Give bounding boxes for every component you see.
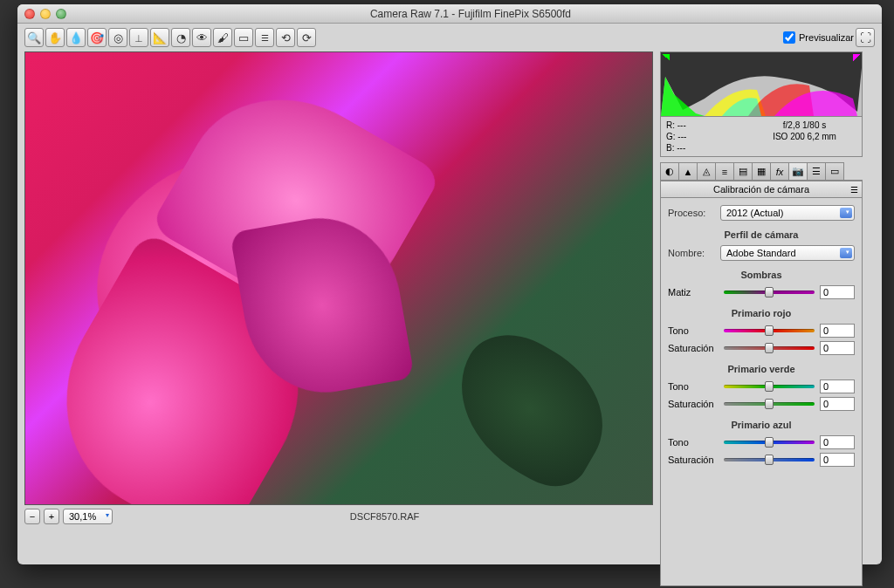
- zoom-tool-icon[interactable]: 🔍: [24, 28, 44, 47]
- rgb-readout: R: ---G: ---B: ---: [666, 120, 753, 154]
- tab-fx[interactable]: fx: [770, 162, 789, 180]
- close-icon[interactable]: [24, 9, 35, 19]
- filename-label: DSCF8570.RAF: [116, 511, 653, 522]
- red-sat-value[interactable]: 0: [820, 341, 855, 355]
- exif-readout: f/2,8 1/80 sISO 200 6,2 mm: [753, 120, 856, 154]
- green-hue-label: Tono: [668, 381, 719, 392]
- titlebar: Camera Raw 7.1 - Fujifilm FinePix S6500f…: [17, 4, 882, 24]
- rotate-ccw-icon[interactable]: ⟲: [276, 28, 295, 47]
- preferences-icon[interactable]: ☰: [255, 28, 274, 47]
- blue-sat-slider[interactable]: [724, 454, 815, 466]
- profile-select[interactable]: Adobe Standard: [720, 245, 855, 261]
- calibration-panel: Proceso: 2012 (Actual) Perfil de cámara …: [660, 198, 863, 586]
- white-balance-icon[interactable]: 💧: [66, 28, 86, 47]
- histogram[interactable]: [660, 51, 863, 117]
- crop-tool-icon[interactable]: ⟂: [129, 28, 148, 47]
- straighten-icon[interactable]: 📐: [150, 28, 169, 47]
- preview-panel: − + 30,1% DSCF8570.RAF: [24, 51, 653, 586]
- shadows-hue-label: Matiz: [668, 287, 719, 297]
- blue-hue-value[interactable]: 0: [820, 435, 855, 449]
- green-sat-label: Saturación: [668, 399, 719, 409]
- zoom-icon[interactable]: [56, 9, 66, 19]
- image-preview[interactable]: [24, 51, 653, 505]
- tab-split[interactable]: ▤: [733, 162, 753, 180]
- redeye-icon[interactable]: 👁: [192, 28, 211, 47]
- tab-snapshots[interactable]: ▭: [825, 162, 844, 180]
- red-sat-label: Saturación: [668, 343, 719, 353]
- red-section-title: Primario rojo: [668, 308, 855, 318]
- tab-calibration[interactable]: 📷: [788, 162, 808, 180]
- blue-hue-label: Tono: [668, 437, 719, 448]
- panel-title: Calibración de cámara ☰: [660, 181, 863, 198]
- name-label: Nombre:: [668, 248, 715, 258]
- histogram-curve: [661, 51, 863, 116]
- green-hue-value[interactable]: 0: [820, 379, 855, 393]
- tab-presets[interactable]: ☰: [807, 162, 826, 180]
- zoom-controls: − + 30,1% DSCF8570.RAF: [24, 509, 653, 524]
- traffic-lights: [24, 9, 66, 19]
- color-sampler-icon[interactable]: 🎯: [87, 28, 107, 47]
- hand-tool-icon[interactable]: ✋: [45, 28, 65, 47]
- red-hue-slider[interactable]: [724, 325, 815, 337]
- spot-removal-icon[interactable]: ◔: [171, 28, 190, 47]
- red-sat-slider[interactable]: [724, 342, 815, 354]
- camera-raw-window: Camera Raw 7.1 - Fujifilm FinePix S6500f…: [17, 4, 882, 564]
- blue-sat-label: Saturación: [668, 455, 719, 465]
- red-hue-value[interactable]: 0: [820, 324, 855, 338]
- zoom-out-button[interactable]: −: [24, 509, 40, 524]
- shadows-hue-value[interactable]: 0: [820, 285, 855, 299]
- window-title: Camera Raw 7.1 - Fujifilm FinePix S6500f…: [66, 8, 875, 20]
- process-select[interactable]: 2012 (Actual): [720, 205, 855, 221]
- panel-menu-icon[interactable]: ☰: [850, 185, 858, 195]
- process-label: Proceso:: [668, 208, 715, 218]
- target-adjust-icon[interactable]: ◎: [108, 28, 127, 47]
- blue-hue-slider[interactable]: [724, 436, 815, 448]
- shadows-section-title: Sombras: [668, 270, 855, 280]
- preview-checkbox[interactable]: Previsualizar: [783, 31, 854, 44]
- info-panel: R: ---G: ---B: --- f/2,8 1/80 sISO 200 6…: [660, 117, 863, 157]
- graduated-filter-icon[interactable]: ▭: [234, 28, 253, 47]
- adjustment-brush-icon[interactable]: 🖌: [213, 28, 232, 47]
- shadows-hue-slider[interactable]: [724, 286, 815, 298]
- green-hue-slider[interactable]: [724, 380, 815, 393]
- tab-lens[interactable]: ▦: [752, 162, 771, 180]
- zoom-select[interactable]: 30,1%: [63, 509, 113, 524]
- red-hue-label: Tono: [668, 325, 719, 336]
- panel-tabs: ◐ ▲ ◬ ≡ ▤ ▦ fx 📷 ☰ ▭: [660, 162, 863, 181]
- preview-label: Previsualizar: [799, 32, 854, 43]
- tab-curve[interactable]: ▲: [678, 162, 698, 180]
- minimize-icon[interactable]: [40, 9, 51, 19]
- preview-checkbox-input[interactable]: [783, 31, 795, 44]
- zoom-in-button[interactable]: +: [44, 509, 59, 524]
- tab-detail[interactable]: ◬: [697, 162, 716, 180]
- fullscreen-icon[interactable]: ⛶: [856, 28, 875, 47]
- tab-basic[interactable]: ◐: [660, 162, 679, 180]
- right-panel: R: ---G: ---B: --- f/2,8 1/80 sISO 200 6…: [660, 51, 863, 586]
- rotate-cw-icon[interactable]: ⟳: [297, 28, 316, 47]
- green-sat-slider[interactable]: [724, 398, 815, 410]
- green-sat-value[interactable]: 0: [820, 397, 855, 411]
- tab-hsl[interactable]: ≡: [715, 162, 734, 180]
- blue-section-title: Primario azul: [668, 420, 855, 430]
- blue-sat-value[interactable]: 0: [820, 453, 855, 467]
- toolbar: 🔍 ✋ 💧 🎯 ◎ ⟂ 📐 ◔ 👁 🖌 ▭ ☰ ⟲ ⟳ Previsualiza…: [17, 24, 882, 51]
- green-section-title: Primario verde: [668, 364, 855, 374]
- profile-section-title: Perfil de cámara: [668, 229, 855, 240]
